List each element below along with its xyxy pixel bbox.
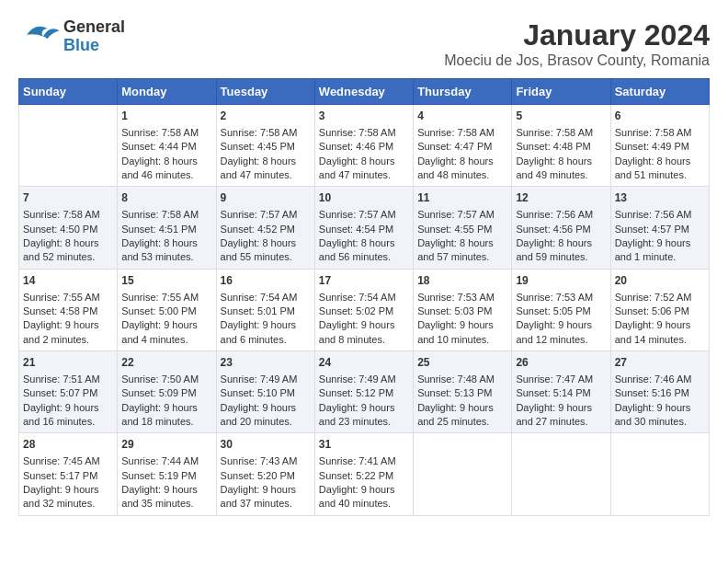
- calendar-cell: 15Sunrise: 7:55 AMSunset: 5:00 PMDayligh…: [118, 269, 216, 350]
- day-number: 10: [319, 190, 409, 206]
- day-info: Sunset: 4:48 PM: [516, 140, 606, 154]
- calendar-cell: [19, 105, 118, 187]
- calendar-cell: 2Sunrise: 7:58 AMSunset: 4:45 PMDaylight…: [216, 105, 314, 187]
- day-info: Sunrise: 7:49 AM: [221, 373, 311, 386]
- day-info: Sunset: 4:51 PM: [121, 223, 211, 236]
- day-info: Daylight: 8 hours: [417, 236, 507, 250]
- day-info: and 25 minutes.: [417, 415, 507, 429]
- day-info: Sunset: 5:14 PM: [516, 386, 606, 400]
- day-info: Sunset: 5:00 PM: [121, 304, 211, 318]
- calendar-cell: 14Sunrise: 7:55 AMSunset: 4:58 PMDayligh…: [19, 269, 118, 350]
- day-number: 27: [615, 355, 705, 371]
- day-info: Daylight: 9 hours: [23, 401, 113, 415]
- day-info: Daylight: 9 hours: [221, 401, 311, 415]
- day-info: Sunrise: 7:56 AM: [516, 208, 606, 222]
- day-info: Sunset: 4:56 PM: [516, 223, 606, 236]
- day-info: Sunset: 5:19 PM: [121, 469, 211, 483]
- day-info: and 59 minutes.: [516, 250, 606, 264]
- week-row-1: 1Sunrise: 7:58 AMSunset: 4:44 PMDaylight…: [19, 105, 710, 187]
- day-info: Sunrise: 7:47 AM: [516, 373, 606, 386]
- day-info: and 4 minutes.: [121, 333, 211, 347]
- calendar-cell: [512, 433, 610, 515]
- logo-general: General: [63, 18, 125, 37]
- day-info: Sunset: 5:01 PM: [221, 304, 311, 318]
- day-number: 7: [23, 190, 113, 206]
- day-info: Sunrise: 7:55 AM: [121, 291, 211, 304]
- day-info: Daylight: 9 hours: [417, 401, 507, 415]
- day-info: and 27 minutes.: [516, 415, 606, 429]
- day-number: 5: [516, 109, 606, 124]
- day-info: Sunset: 4:45 PM: [221, 140, 311, 154]
- day-info: Daylight: 8 hours: [121, 155, 211, 168]
- page-header: General Blue January 2024 Moeciu de Jos,…: [18, 18, 710, 69]
- day-number: 22: [121, 355, 211, 371]
- day-info: Daylight: 9 hours: [615, 401, 705, 415]
- day-info: Sunrise: 7:54 AM: [221, 291, 311, 304]
- calendar-body: 1Sunrise: 7:58 AMSunset: 4:44 PMDaylight…: [19, 105, 710, 516]
- day-number: 11: [417, 190, 507, 206]
- day-info: Sunset: 5:16 PM: [615, 386, 705, 400]
- day-info: and 32 minutes.: [23, 497, 113, 511]
- day-info: and 37 minutes.: [221, 497, 311, 511]
- day-info: and 48 minutes.: [417, 168, 507, 182]
- calendar-cell: 28Sunrise: 7:45 AMSunset: 5:17 PMDayligh…: [19, 433, 118, 515]
- logo-icon: [18, 18, 60, 55]
- day-info: Sunset: 4:44 PM: [121, 140, 211, 154]
- day-info: Daylight: 9 hours: [516, 401, 606, 415]
- day-number: 15: [121, 273, 211, 289]
- day-info: Sunrise: 7:53 AM: [417, 291, 507, 304]
- day-info: Daylight: 8 hours: [516, 236, 606, 250]
- day-info: Daylight: 9 hours: [417, 318, 507, 332]
- day-info: and 8 minutes.: [319, 333, 409, 347]
- day-info: Sunset: 5:17 PM: [23, 469, 113, 483]
- day-info: Sunrise: 7:44 AM: [121, 454, 211, 468]
- calendar-cell: 7Sunrise: 7:58 AMSunset: 4:50 PMDaylight…: [19, 187, 118, 269]
- calendar-cell: 30Sunrise: 7:43 AMSunset: 5:20 PMDayligh…: [216, 433, 314, 515]
- header-day-saturday: Saturday: [610, 79, 709, 105]
- day-info: and 57 minutes.: [417, 250, 507, 264]
- day-info: Sunrise: 7:52 AM: [615, 291, 705, 304]
- day-number: 21: [23, 355, 113, 371]
- calendar-cell: [414, 433, 512, 515]
- day-info: Sunset: 4:55 PM: [417, 223, 507, 236]
- day-info: Daylight: 9 hours: [121, 318, 211, 332]
- calendar-cell: 21Sunrise: 7:51 AMSunset: 5:07 PMDayligh…: [19, 351, 118, 433]
- calendar-cell: 8Sunrise: 7:58 AMSunset: 4:51 PMDaylight…: [118, 187, 216, 269]
- calendar-cell: 20Sunrise: 7:52 AMSunset: 5:06 PMDayligh…: [610, 269, 709, 350]
- day-info: Daylight: 9 hours: [615, 318, 705, 332]
- day-number: 30: [221, 437, 311, 453]
- day-info: Sunrise: 7:48 AM: [417, 373, 507, 386]
- calendar-cell: 29Sunrise: 7:44 AMSunset: 5:19 PMDayligh…: [118, 433, 216, 515]
- day-info: Sunset: 4:50 PM: [23, 223, 113, 236]
- day-info: and 6 minutes.: [221, 333, 311, 347]
- day-info: Daylight: 8 hours: [23, 236, 113, 250]
- day-info: Daylight: 9 hours: [221, 483, 311, 497]
- day-info: Sunrise: 7:45 AM: [23, 454, 113, 468]
- day-info: Sunset: 5:12 PM: [319, 386, 409, 400]
- day-info: and 16 minutes.: [23, 415, 113, 429]
- day-info: Sunrise: 7:58 AM: [319, 126, 409, 140]
- day-number: 17: [319, 273, 409, 289]
- day-info: Daylight: 9 hours: [319, 401, 409, 415]
- day-info: Sunrise: 7:58 AM: [221, 126, 311, 140]
- day-info: Daylight: 8 hours: [417, 155, 507, 168]
- day-info: Sunrise: 7:54 AM: [319, 291, 409, 304]
- logo-text: General Blue: [63, 18, 125, 55]
- calendar-cell: 23Sunrise: 7:49 AMSunset: 5:10 PMDayligh…: [216, 351, 314, 433]
- day-info: and 10 minutes.: [417, 333, 507, 347]
- day-info: and 23 minutes.: [319, 415, 409, 429]
- title-block: January 2024 Moeciu de Jos, Brasov Count…: [444, 18, 710, 69]
- calendar-cell: 24Sunrise: 7:49 AMSunset: 5:12 PMDayligh…: [314, 351, 413, 433]
- day-number: 6: [615, 109, 705, 124]
- calendar-cell: 25Sunrise: 7:48 AMSunset: 5:13 PMDayligh…: [414, 351, 512, 433]
- day-info: Sunrise: 7:53 AM: [516, 291, 606, 304]
- day-info: Sunrise: 7:50 AM: [121, 373, 211, 386]
- day-info: Sunrise: 7:57 AM: [319, 208, 409, 222]
- day-number: 28: [23, 437, 113, 453]
- day-number: 26: [516, 355, 606, 371]
- day-info: and 51 minutes.: [615, 168, 705, 182]
- header-row: SundayMondayTuesdayWednesdayThursdayFrid…: [19, 79, 710, 105]
- day-number: 2: [221, 109, 311, 124]
- day-info: and 56 minutes.: [319, 250, 409, 264]
- day-info: Sunrise: 7:55 AM: [23, 291, 113, 304]
